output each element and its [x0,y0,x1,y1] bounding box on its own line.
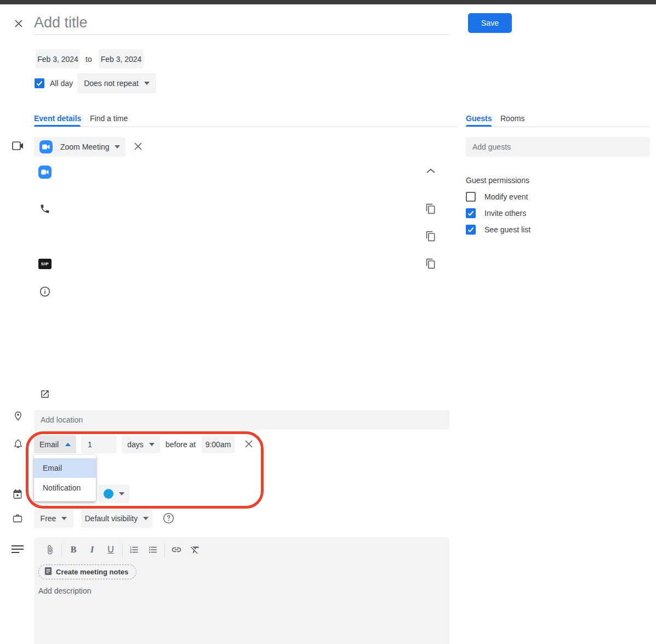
chevron-up-icon [65,443,71,446]
menu-item-email[interactable]: Email [34,458,96,478]
copy-icon[interactable] [425,258,436,269]
notification-time-input[interactable]: 9:00am [202,435,235,453]
remove-notification-icon[interactable] [243,438,255,450]
close-icon[interactable] [12,17,25,30]
all-day-checkbox[interactable] [35,78,44,88]
guest-permissions-title: Guest permissions [466,176,529,185]
toolbar-divider [61,543,62,556]
availability-value: Free [41,514,56,523]
doc-icon [44,567,52,577]
notification-before-label: before at [166,440,196,449]
date-to-label: to [85,55,92,64]
active-tab-underline-right [466,125,492,127]
sip-badge: SIP [38,259,52,269]
copy-icon[interactable] [425,231,436,242]
tab-find-a-time[interactable]: Find a time [90,114,128,123]
create-meeting-notes-label: Create meeting notes [56,568,128,576]
help-icon[interactable] [163,512,174,526]
modify-event-checkbox[interactable] [466,192,476,202]
zoom-logo-icon [39,140,53,153]
tab-guests[interactable]: Guests [466,114,492,123]
end-date-button[interactable]: Feb 3, 2024 [99,49,144,69]
event-title-input[interactable] [34,11,449,35]
attach-icon[interactable] [41,543,59,557]
invite-others-checkbox[interactable] [466,208,476,218]
visibility-value: Default visibility [85,514,138,523]
bold-icon[interactable]: B [64,543,83,557]
underline-icon[interactable]: U [101,543,120,557]
conference-provider-dropdown[interactable]: Zoom Meeting [34,137,126,157]
notification-type-menu: Email Notification [34,455,96,501]
calendar-icon [13,489,22,501]
all-day-label: All day [50,79,73,88]
visibility-dropdown[interactable]: Default visibility [81,509,152,528]
notification-type-dropdown[interactable]: Email [34,435,76,453]
tabs-divider-right [466,127,649,127]
formatting-toolbar: B I U [41,543,204,557]
top-window-bar [0,0,656,4]
notification-type-value: Email [39,440,59,449]
bell-icon [13,438,23,451]
tab-rooms[interactable]: Rooms [500,114,524,123]
recurrence-value: Does not repeat [84,79,139,88]
location-pin-icon [13,410,23,424]
tabs-divider [34,127,457,127]
see-guest-list-checkbox[interactable] [466,225,476,235]
chevron-down-icon [149,443,155,446]
availability-dropdown[interactable]: Free [34,509,73,528]
toolbar-divider [164,543,165,556]
notification-unit-dropdown[interactable]: days [122,435,160,453]
recurrence-dropdown[interactable]: Does not repeat [77,73,156,93]
description-panel[interactable]: B I U Create meeting notes Add des [34,537,449,644]
zoom-logo-icon [38,166,52,179]
link-icon[interactable] [167,543,186,557]
save-button[interactable]: Save [468,13,512,33]
bulleted-list-icon[interactable] [144,543,162,557]
invite-others-label: Invite others [484,209,526,218]
event-title-field-wrap [34,11,449,35]
conference-provider-label: Zoom Meeting [60,143,109,151]
menu-item-notification[interactable]: Notification [34,478,96,498]
active-tab-underline [34,125,81,127]
chevron-down-icon [143,517,149,520]
remove-conference-icon[interactable] [133,141,144,152]
create-meeting-notes-button[interactable]: Create meeting notes [38,565,136,579]
notification-count-input[interactable]: 1 [81,435,117,453]
italic-icon[interactable]: I [83,543,101,557]
modify-event-label: Modify event [484,192,528,201]
location-input[interactable] [34,415,449,424]
phone-icon [39,203,50,216]
videocam-icon [12,141,24,152]
tab-event-details[interactable]: Event details [34,114,81,123]
copy-icon[interactable] [425,203,436,214]
notes-lines-icon [11,544,24,556]
notification-unit-value: days [127,440,144,449]
chevron-down-icon [144,82,150,85]
chevron-down-icon [115,145,120,149]
calendar-color-dot [104,489,113,499]
toolbar-divider [122,543,123,556]
guests-field-wrap [466,137,649,157]
see-guest-list-label: See guest list [484,225,530,234]
open-in-new-icon[interactable] [40,389,50,401]
clear-format-icon[interactable] [186,543,204,557]
description-placeholder[interactable]: Add description [38,586,92,595]
briefcase-icon [13,513,22,525]
chevron-down-icon [61,517,67,520]
start-date-button[interactable]: Feb 3, 2024 [36,49,80,69]
info-icon [39,286,50,299]
calendar-color-dropdown[interactable] [99,485,129,503]
chevron-up-icon[interactable] [425,167,436,176]
numbered-list-icon[interactable] [125,543,144,557]
add-guests-input[interactable] [466,143,649,151]
location-field-wrap [34,410,449,430]
chevron-down-icon [119,492,124,495]
